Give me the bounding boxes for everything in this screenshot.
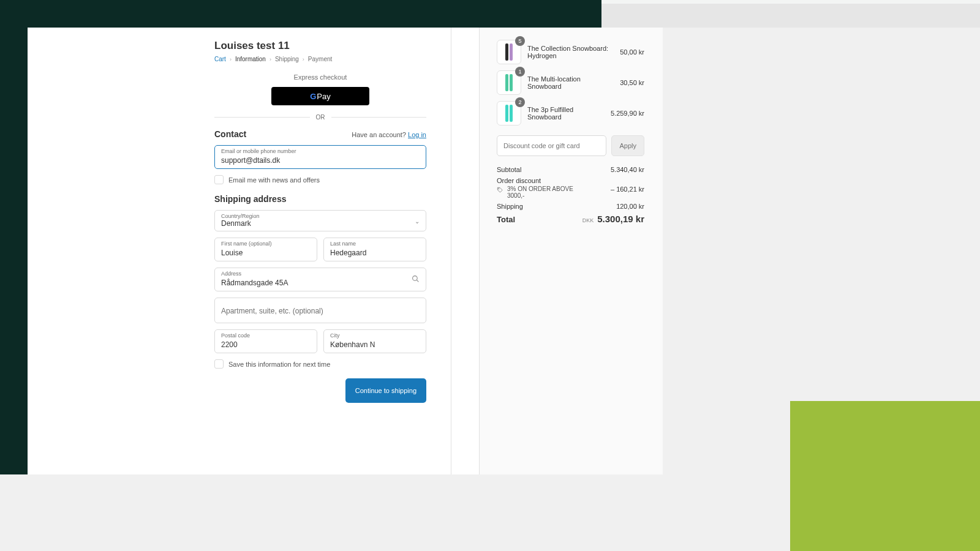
chevron-right-icon: › (303, 56, 304, 62)
quantity-badge: 1 (515, 67, 525, 77)
news-opt-row[interactable]: Email me with news and offers (214, 175, 426, 184)
city-field[interactable]: City (323, 329, 426, 353)
cart-item: 1The Multi-location Snowboard30,50 kr (497, 70, 644, 95)
last-name-label: Last name (330, 241, 420, 247)
log-in-link[interactable]: Log in (408, 131, 426, 138)
country-label: Country/Region (221, 213, 420, 219)
breadcrumb-cart[interactable]: Cart (214, 56, 226, 62)
save-info-label: Save this information for next time (228, 361, 330, 368)
chevron-right-icon: › (230, 56, 232, 62)
email-field[interactable]: Email or mobile phone number (214, 145, 426, 169)
or-label: OR (310, 114, 331, 121)
cart-item-name: The Multi-location Snowboard (527, 75, 614, 90)
shipping-cost-value: 120,00 kr (616, 203, 644, 210)
order-discount-label: Order discount (497, 177, 541, 184)
cart-item-name: The Collection Snowboard: Hydrogen (527, 45, 614, 59)
postal-code-field[interactable]: Postal code (214, 329, 317, 353)
tag-icon (497, 187, 503, 195)
address-field[interactable]: Address (214, 268, 426, 291)
cart-item-price: 50,00 kr (620, 48, 644, 56)
express-checkout-label: Express checkout (214, 73, 426, 81)
apartment-field[interactable] (214, 298, 426, 323)
product-thumbnail: 5 (497, 40, 521, 64)
first-name-input[interactable] (221, 249, 311, 257)
svg-point-0 (413, 276, 418, 280)
currency-code: DKK (582, 217, 594, 223)
subtotal-label: Subtotal (497, 166, 521, 173)
address-input[interactable] (221, 279, 420, 287)
address-label: Address (221, 271, 420, 277)
postal-code-label: Postal code (221, 332, 311, 339)
country-value: Denmark (221, 219, 420, 228)
svg-point-2 (499, 189, 499, 189)
chevron-right-icon: › (270, 56, 271, 62)
subtotal-value: 5.340,40 kr (611, 166, 644, 173)
cart-item-name: The 3p Fulfilled Snowboard (527, 106, 605, 121)
save-info-row[interactable]: Save this information for next time (214, 359, 426, 369)
product-thumbnail: 1 (497, 70, 521, 95)
apartment-input[interactable] (221, 307, 420, 315)
or-divider: OR (214, 114, 426, 121)
gpay-label: Pay (317, 92, 330, 101)
city-input[interactable] (330, 340, 420, 349)
city-label: City (330, 332, 420, 339)
order-summary: 5The Collection Snowboard: Hydrogen50,00… (479, 28, 663, 474)
total-label: Total (497, 215, 515, 224)
breadcrumb-payment: Payment (308, 56, 332, 62)
first-name-label: First name (optional) (221, 241, 311, 247)
last-name-input[interactable] (330, 249, 420, 257)
snowboard-icon (505, 105, 508, 122)
have-account-label: Have an account? (352, 131, 408, 138)
breadcrumb: Cart › Information › Shipping › Payment (214, 56, 426, 62)
cart-item: 2The 3p Fulfilled Snowboard5.259,90 kr (497, 101, 644, 126)
snowboard-icon (510, 43, 513, 61)
discount-amount: – 160,21 kr (611, 186, 644, 193)
discount-code-input[interactable] (497, 135, 606, 156)
continue-to-shipping-button[interactable]: Continue to shipping (345, 378, 426, 403)
postal-code-input[interactable] (221, 340, 311, 349)
snowboard-icon (510, 74, 513, 91)
save-info-checkbox[interactable] (214, 359, 224, 369)
checkout-main-column: Louises test 11 Cart › Information › Shi… (28, 28, 451, 474)
checkout-window: Louises test 11 Cart › Information › Shi… (28, 28, 502, 474)
total-amount: 5.300,19 kr (597, 214, 644, 224)
country-select[interactable]: Country/Region Denmark ⌄ (214, 210, 426, 231)
have-account-text: Have an account? Log in (352, 131, 426, 138)
shipping-cost-label: Shipping (497, 203, 523, 210)
store-title: Louises test 11 (214, 40, 426, 52)
quantity-badge: 2 (515, 97, 525, 107)
news-opt-label: Email me with news and offers (228, 176, 320, 184)
discount-tag-text: 3% ON ORDER ABOVE 3000,- (507, 186, 581, 199)
search-icon (412, 274, 420, 285)
cart-item-price: 5.259,90 kr (611, 110, 644, 117)
snowboard-icon (505, 43, 508, 61)
product-thumbnail: 2 (497, 101, 521, 126)
shipping-section-title: Shipping address (214, 194, 426, 204)
svg-line-1 (417, 280, 418, 282)
google-pay-button[interactable]: G Pay (271, 87, 369, 105)
email-field-label: Email or mobile phone number (221, 148, 420, 154)
google-g-icon: G (310, 92, 316, 101)
email-input[interactable] (221, 156, 420, 165)
snowboard-icon (505, 74, 508, 91)
quantity-badge: 5 (515, 36, 525, 46)
browser-tab-bar (601, 0, 980, 28)
breadcrumb-information[interactable]: Information (235, 56, 266, 62)
last-name-field[interactable]: Last name (323, 238, 426, 261)
snowboard-icon (510, 105, 513, 122)
first-name-field[interactable]: First name (optional) (214, 238, 317, 261)
cart-item: 5The Collection Snowboard: Hydrogen50,00… (497, 40, 644, 64)
contact-section-title: Contact (214, 129, 246, 139)
news-opt-checkbox[interactable] (214, 175, 224, 184)
apply-discount-button[interactable]: Apply (611, 135, 644, 156)
cart-item-price: 30,50 kr (620, 79, 644, 86)
breadcrumb-shipping: Shipping (275, 56, 299, 62)
decorative-corner (790, 401, 980, 551)
